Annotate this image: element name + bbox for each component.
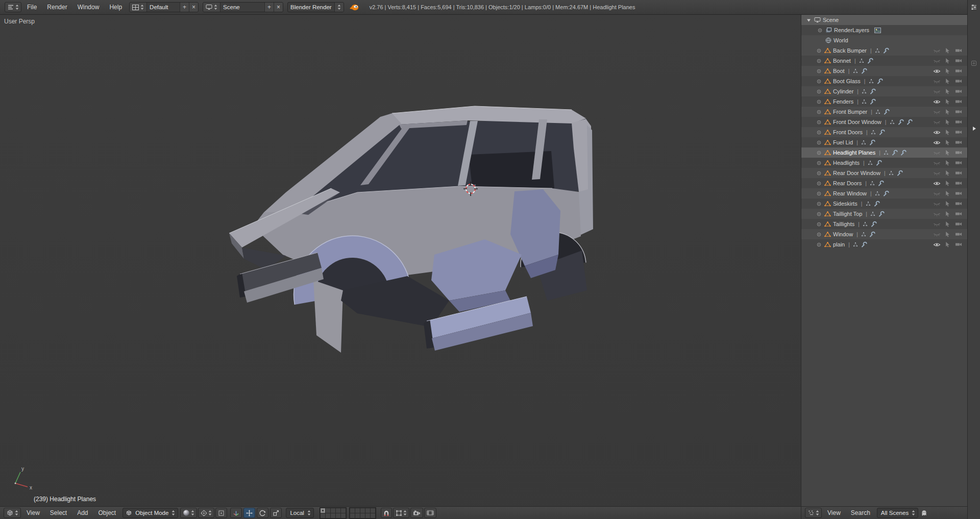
selectability-toggle[interactable] (944, 88, 951, 95)
layer-cell[interactable] (355, 508, 360, 513)
add-scene-button[interactable]: + (264, 3, 274, 12)
layer-cell[interactable] (321, 508, 325, 513)
layer-cell[interactable] (365, 513, 370, 518)
orientation-dropdown[interactable]: Local (286, 508, 314, 518)
opengl-render-button[interactable] (410, 508, 423, 518)
visibility-toggle[interactable] (933, 210, 941, 217)
layer-cell[interactable] (355, 513, 360, 518)
opengl-render-animation-button[interactable] (424, 508, 436, 518)
visibility-toggle[interactable] (933, 200, 941, 207)
mode-dropdown[interactable]: Object Mode (122, 508, 178, 518)
visibility-toggle[interactable] (933, 180, 941, 187)
editor-type-button[interactable] (805, 508, 822, 518)
layout-name[interactable]: Default (147, 3, 180, 12)
expand-region-arrow-icon[interactable] (970, 125, 978, 133)
expand-icon[interactable] (815, 190, 823, 197)
selectability-toggle[interactable] (944, 78, 951, 85)
select-menu[interactable]: Select (45, 509, 72, 516)
file-menu[interactable]: File (22, 4, 42, 11)
renderability-toggle[interactable] (954, 241, 962, 248)
visibility-toggle[interactable] (933, 159, 941, 166)
render-engine-dropdown[interactable]: Blender Render (287, 2, 344, 12)
render-menu[interactable]: Render (42, 4, 72, 11)
expand-icon[interactable] (815, 149, 823, 156)
renderability-toggle[interactable] (954, 47, 962, 54)
outliner-row-object[interactable]: Rear Door Window | (801, 168, 967, 178)
layer-cell[interactable] (365, 508, 370, 513)
expand-icon[interactable] (815, 231, 823, 238)
selectability-toggle[interactable] (944, 139, 951, 146)
manipulator-toggle[interactable] (230, 508, 242, 518)
outliner-row-object[interactable]: Cylinder | (801, 86, 967, 96)
selectability-toggle[interactable] (944, 231, 951, 238)
visibility-toggle[interactable] (933, 190, 941, 197)
object-menu[interactable]: Object (93, 509, 121, 516)
visibility-toggle[interactable] (933, 129, 941, 136)
outliner-row-object[interactable]: Front Doors | (801, 127, 967, 137)
editor-type-button[interactable] (4, 508, 21, 518)
expand-icon[interactable] (815, 98, 823, 105)
car-model[interactable] (229, 106, 593, 353)
selectability-toggle[interactable] (944, 47, 951, 54)
3d-viewport[interactable]: x y User Persp (239) Headlight Planes Vi… (0, 15, 801, 519)
outliner-row-scene[interactable]: Scene (801, 15, 967, 25)
outliner-view-menu[interactable]: View (822, 509, 846, 516)
outliner-row-object[interactable]: Fenders | (801, 96, 967, 107)
selectability-toggle[interactable] (944, 67, 951, 75)
render-engine-value[interactable]: Blender Render (288, 3, 334, 12)
expand-icon[interactable] (815, 180, 823, 187)
layer-cell[interactable] (350, 508, 355, 513)
selectability-toggle[interactable] (944, 220, 951, 228)
renderability-toggle[interactable] (954, 139, 962, 146)
layer-cell[interactable] (321, 513, 325, 518)
selectability-toggle[interactable] (944, 129, 951, 136)
layer-cell[interactable] (360, 513, 365, 518)
layer-cell[interactable] (326, 508, 330, 513)
expand-icon[interactable] (815, 200, 823, 207)
add-menu[interactable]: Add (72, 509, 93, 516)
expand-icon[interactable] (815, 139, 823, 146)
renderability-toggle[interactable] (954, 210, 962, 217)
renderability-toggle[interactable] (954, 149, 962, 156)
delete-scene-button[interactable]: × (274, 3, 283, 12)
panel-icon[interactable] (970, 59, 978, 67)
visibility-toggle[interactable] (933, 169, 941, 177)
outliner-row-object[interactable]: Bonnet | (801, 56, 967, 66)
selectability-toggle[interactable] (944, 98, 951, 105)
expand-icon[interactable] (815, 118, 823, 126)
renderability-toggle[interactable] (954, 129, 962, 136)
selectability-toggle[interactable] (944, 57, 951, 64)
renderability-toggle[interactable] (954, 231, 962, 238)
expand-icon[interactable] (815, 57, 823, 64)
outliner-row-object[interactable]: Boot Glass | (801, 76, 967, 86)
outliner-row-object[interactable]: Front Bumper | (801, 107, 967, 117)
outliner-tree[interactable]: Scene RenderLayers World Back Bumper | B… (801, 15, 967, 506)
layer-cell[interactable] (341, 508, 346, 513)
renderability-toggle[interactable] (954, 200, 962, 207)
expand-icon[interactable] (815, 169, 823, 177)
scene-selector[interactable]: Scene + × (203, 2, 283, 12)
renderability-toggle[interactable] (954, 220, 962, 228)
expand-icon[interactable] (815, 220, 823, 228)
renderability-toggle[interactable] (954, 118, 962, 126)
outliner-row-object[interactable]: Fuel Lid | (801, 137, 967, 147)
pivot-dropdown[interactable] (198, 508, 214, 518)
selectability-toggle[interactable] (944, 149, 951, 156)
renderability-toggle[interactable] (954, 78, 962, 85)
visibility-toggle[interactable] (933, 98, 941, 105)
disclosure-triangle-icon[interactable] (805, 16, 813, 23)
layer-cell[interactable] (331, 508, 335, 513)
outliner-panel[interactable]: Scene RenderLayers World Back Bumper | B… (801, 15, 967, 519)
layer-cell[interactable] (350, 513, 355, 518)
snap-element-dropdown[interactable] (393, 508, 409, 518)
outliner-row-renderlayers[interactable]: RenderLayers (801, 25, 967, 35)
selectability-toggle[interactable] (944, 180, 951, 187)
outliner-row-object[interactable]: Window | (801, 229, 967, 239)
outliner-row-object[interactable]: Front Door Window | (801, 117, 967, 127)
visibility-toggle[interactable] (933, 67, 941, 75)
scale-manipulator-button[interactable] (270, 508, 282, 518)
selectability-toggle[interactable] (944, 190, 951, 197)
selectability-toggle[interactable] (944, 169, 951, 177)
renderability-toggle[interactable] (954, 88, 962, 95)
selectability-toggle[interactable] (944, 200, 951, 207)
